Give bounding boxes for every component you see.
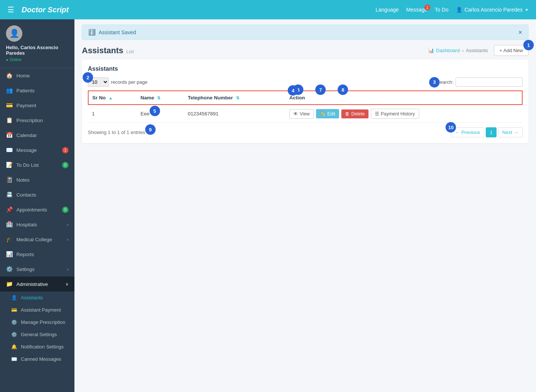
- sort-icon-name: ⇅: [157, 96, 160, 100]
- pagination: ← Previous 1 Next →: [451, 127, 523, 137]
- hospitals-icon: 🏥: [6, 221, 13, 228]
- sub-label-manage-prescription: Manage Prescription: [21, 319, 65, 325]
- tour-bubble-9: 9: [145, 124, 156, 135]
- edit-label: Edit: [327, 111, 335, 117]
- sub-label-canned-messages: Canned Messages: [21, 356, 61, 362]
- table-controls: 10 25 50 100 2 records per page 3 Search…: [88, 77, 523, 87]
- sidebar-item-home[interactable]: 🏠 Home: [0, 68, 74, 83]
- sidebar-nav: 🏠 Home 👥 Patients 💳 Payment 📋 Prescripti…: [0, 68, 74, 392]
- sidebar-item-administrative[interactable]: 📁 Administrative ∨: [0, 277, 74, 291]
- alert-banner: ℹ️ Assistant Saved ×: [82, 25, 529, 40]
- settings-icon: ⚙️: [6, 266, 13, 273]
- col-name[interactable]: Name ⇅: [137, 91, 184, 105]
- breadcrumb-dashboard-icon: 📊: [428, 48, 434, 53]
- sub-nav-assistants[interactable]: 👤 Assistants: [0, 291, 74, 304]
- sub-nav-manage-prescription[interactable]: ⚙️ Manage Prescription: [0, 316, 74, 328]
- cell-name: Eee 5: [137, 105, 184, 123]
- sidebar-label-reports: Reports: [16, 252, 34, 257]
- arrow-right-icon: →: [514, 130, 519, 135]
- appointments-sidebar-badge: 0: [62, 207, 68, 213]
- card-title: Assistants: [88, 66, 523, 72]
- sidebar-item-payment[interactable]: 💳 Payment: [0, 98, 74, 113]
- tour-bubble-5: 5: [150, 106, 160, 116]
- sidebar-label-hospitals: Hospitals: [16, 222, 37, 227]
- showing-entries: Showing 1 to 1 of 1 entries: [88, 130, 145, 135]
- breadcrumb-separator: ›: [462, 48, 463, 53]
- message-nav-item[interactable]: Message 1: [406, 7, 427, 13]
- alert-close-button[interactable]: ×: [518, 29, 522, 36]
- page-subtitle: List: [126, 49, 134, 54]
- col-telephone[interactable]: Telephone Number ⇅: [184, 91, 286, 105]
- col-sr-no: Sr No ▲: [88, 91, 137, 105]
- user-icon: 👤: [456, 7, 462, 13]
- next-button[interactable]: Next →: [498, 127, 523, 137]
- sidebar-item-contacts[interactable]: 📇 Contacts: [0, 187, 74, 202]
- sidebar-label-todo: To Do List: [16, 162, 39, 168]
- sidebar-item-settings[interactable]: ⚙️ Settings ‹: [0, 262, 74, 277]
- next-label: Next: [502, 130, 512, 135]
- app-brand: Doctor Script: [22, 6, 376, 14]
- layout: 👤 Hello, Carlos Ascencio Paredes Online …: [0, 19, 536, 392]
- sub-label-assistants: Assistants: [21, 295, 43, 300]
- per-page-wrap: 10 25 50 100 2 records per page: [88, 77, 147, 87]
- page-1-button[interactable]: 1: [486, 127, 497, 137]
- sidebar-label-calendar: Calendar: [16, 133, 37, 138]
- sidebar-item-medical-college[interactable]: 🎓 Medical College ‹: [0, 232, 74, 247]
- user-menu[interactable]: 👤 Carlos Ascencio Paredes ▼: [456, 7, 529, 13]
- sort-icon-sr: ▲: [109, 96, 113, 100]
- list-icon: ☰: [375, 111, 379, 117]
- page-number: 1: [490, 130, 492, 135]
- todo-link[interactable]: To Do: [435, 7, 449, 13]
- trash-icon: 🗑: [345, 111, 350, 117]
- delete-label: Delete: [351, 111, 365, 117]
- sidebar-item-message[interactable]: ✉️ Message 1: [0, 143, 74, 157]
- home-icon: 🏠: [6, 72, 13, 79]
- sidebar-item-notes[interactable]: 📓 Notes: [0, 172, 74, 187]
- sidebar-label-administrative: Administrative: [16, 281, 48, 287]
- sub-nav-notification-settings[interactable]: 🔔 Notification Settings: [0, 341, 74, 353]
- avatar: 👤: [6, 25, 22, 42]
- table-footer: Showing 1 to 1 of 1 entries 9 10 ← Previ…: [88, 127, 523, 137]
- page-title: Assistants: [82, 46, 123, 55]
- sidebar-item-reports[interactable]: 📊 Reports: [0, 247, 74, 262]
- sidebar-label-message: Message: [16, 147, 37, 153]
- sub-nav-canned-messages[interactable]: ✉️ Canned Messages: [0, 353, 74, 365]
- canned-messages-icon: ✉️: [11, 356, 17, 362]
- reports-icon: 📊: [6, 251, 13, 258]
- col-action: Action 6 7 8: [285, 91, 522, 105]
- patients-icon: 👥: [6, 87, 13, 94]
- chevron-down-admin-icon: ∨: [66, 282, 68, 287]
- sub-nav-general-settings[interactable]: ⚙️ General Settings: [0, 328, 74, 341]
- sidebar-label-prescription: Prescription: [16, 118, 43, 123]
- greeting: Hello, Carlos Ascencio Paredes: [6, 45, 68, 56]
- breadcrumb-current: Assistants: [466, 48, 488, 53]
- language-link[interactable]: Language: [376, 7, 399, 13]
- per-page-select[interactable]: 10 25 50 100: [88, 77, 109, 87]
- sidebar-item-appointments[interactable]: 📌 Appointments 0: [0, 202, 74, 217]
- sidebar-item-hospitals[interactable]: 🏥 Hospitals ‹: [0, 217, 74, 232]
- delete-button[interactable]: 🗑 Delete: [341, 109, 368, 118]
- message-badge: 1: [424, 4, 430, 10]
- sidebar-item-patients[interactable]: 👥 Patients: [0, 83, 74, 98]
- edit-icon: ✏️: [320, 111, 326, 117]
- assistant-payment-icon: 💳: [11, 307, 17, 313]
- payment-history-label: Payment History: [381, 111, 415, 117]
- sub-nav-assistant-payment[interactable]: 💳 Assistant Payment: [0, 304, 74, 316]
- search-wrap: 3 Search:: [434, 77, 523, 87]
- previous-button[interactable]: ← Previous: [451, 127, 484, 137]
- edit-button[interactable]: ✏️ Edit: [316, 109, 339, 118]
- sidebar-item-todo[interactable]: 📝 To Do List 0: [0, 157, 74, 172]
- search-label: Search:: [437, 79, 453, 85]
- breadcrumb-dashboard-link[interactable]: Dashboard: [436, 48, 460, 53]
- contacts-icon: 📇: [6, 191, 13, 198]
- hamburger-icon[interactable]: ☰: [7, 5, 14, 14]
- view-button[interactable]: 👁 View: [289, 109, 314, 119]
- alert-message: Assistant Saved: [99, 29, 136, 35]
- arrow-left-icon: ←: [455, 130, 460, 135]
- sidebar-item-prescription[interactable]: 📋 Prescription: [0, 113, 74, 128]
- payment-history-button[interactable]: ☰ Payment History: [371, 109, 419, 119]
- sidebar-item-calendar[interactable]: 📅 Calendar: [0, 128, 74, 143]
- search-input[interactable]: [456, 77, 523, 87]
- add-new-button[interactable]: + Add New: [494, 45, 529, 56]
- chevron-down-icon: ▼: [525, 8, 529, 12]
